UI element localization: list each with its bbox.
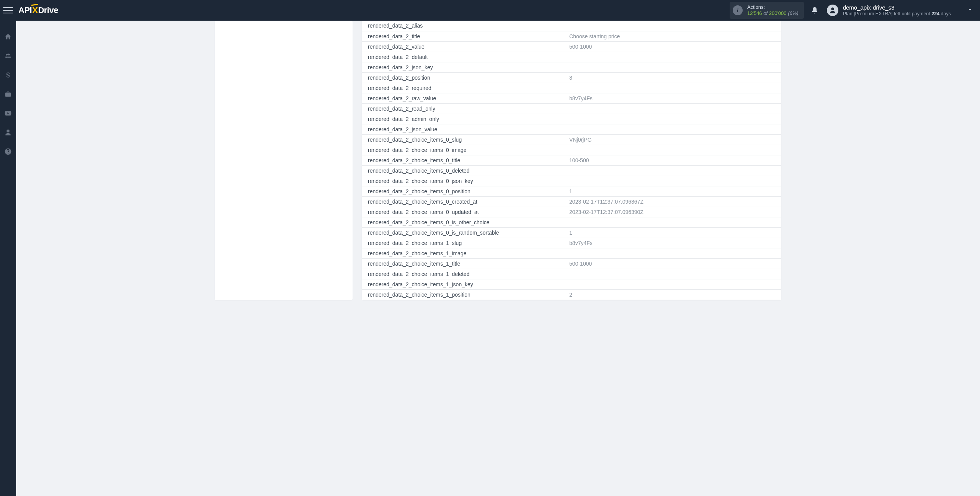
actions-limit: 200'000 (769, 10, 787, 16)
actions-of: of (763, 10, 768, 16)
table-row: rendered_data_2_read_only (362, 103, 781, 114)
right-panel: rendered_data_2_aliasrendered_data_2_tit… (362, 21, 781, 300)
actions-label: Actions: (747, 4, 799, 10)
table-row: rendered_data_2_titleChoose starting pri… (362, 31, 781, 41)
data-table: rendered_data_2_aliasrendered_data_2_tit… (362, 21, 781, 300)
info-icon: i (733, 5, 743, 15)
row-key: rendered_data_2_choice_items_0_created_a… (362, 196, 563, 207)
table-row: rendered_data_2_json_key (362, 62, 781, 72)
row-key: rendered_data_2_value (362, 41, 563, 52)
logo-text-3: Drive (38, 5, 58, 15)
row-value: 2 (563, 289, 781, 300)
table-row: rendered_data_2_choice_items_0_deleted (362, 165, 781, 176)
row-value (563, 279, 781, 289)
logo-text-1: API (18, 5, 32, 15)
row-value (563, 176, 781, 186)
actions-percent: (6%) (788, 10, 798, 16)
table-row: rendered_data_2_admin_only (362, 114, 781, 124)
row-value (563, 103, 781, 114)
table-row: rendered_data_2_position3 (362, 72, 781, 83)
row-key: rendered_data_2_choice_items_0_deleted (362, 165, 563, 176)
row-key: rendered_data_2_choice_items_0_is_other_… (362, 217, 563, 227)
row-value (563, 248, 781, 258)
menu-toggle[interactable] (3, 5, 13, 15)
table-row: rendered_data_2_choice_items_0_title100-… (362, 155, 781, 165)
row-value (563, 217, 781, 227)
actions-badge[interactable]: i Actions: 12'546 of 200'000 (6%) (730, 2, 804, 19)
sidebar-briefcase-icon[interactable] (0, 89, 16, 100)
row-key: rendered_data_2_choice_items_1_position (362, 289, 563, 300)
sidebar-help-icon[interactable] (0, 146, 16, 157)
row-key: rendered_data_2_choice_items_0_image (362, 145, 563, 155)
row-key: rendered_data_2_admin_only (362, 114, 563, 124)
table-row: rendered_data_2_json_value (362, 124, 781, 134)
table-row: rendered_data_2_choice_items_0_updated_a… (362, 207, 781, 217)
page: rendered_data_2_aliasrendered_data_2_tit… (16, 21, 980, 315)
row-value: 1 (563, 186, 781, 196)
table-row: rendered_data_2_default (362, 52, 781, 62)
row-value: 500-1000 (563, 41, 781, 52)
row-value (563, 114, 781, 124)
user-menu[interactable]: demo_apix-drive_s3 Plan |Premium EXTRA| … (827, 4, 975, 17)
row-value (563, 21, 781, 31)
left-panel (215, 21, 353, 300)
row-key: rendered_data_2_choice_items_0_title (362, 155, 563, 165)
table-row: rendered_data_2_raw_valueb8v7y4Fs (362, 93, 781, 103)
row-key: rendered_data_2_alias (362, 21, 563, 31)
row-key: rendered_data_2_read_only (362, 103, 563, 114)
sidebar-sitemap-icon[interactable] (0, 51, 16, 61)
table-row: rendered_data_2_choice_items_0_image (362, 145, 781, 155)
row-value (563, 83, 781, 93)
row-value (563, 165, 781, 176)
row-value: 2023-02-17T12:37:07.096367Z (563, 196, 781, 207)
avatar-icon (827, 5, 838, 16)
row-key: rendered_data_2_default (362, 52, 563, 62)
row-value: VNj0rjPG (563, 134, 781, 145)
row-value: Choose starting price (563, 31, 781, 41)
table-row: rendered_data_2_choice_items_1_position2 (362, 289, 781, 300)
table-row: rendered_data_2_choice_items_1_slugb8v7y… (362, 238, 781, 248)
sidebar-home-icon[interactable] (0, 31, 16, 42)
row-value: 3 (563, 72, 781, 83)
table-row: rendered_data_2_alias (362, 21, 781, 31)
row-value (563, 124, 781, 134)
row-value (563, 52, 781, 62)
row-key: rendered_data_2_position (362, 72, 563, 83)
row-value (563, 145, 781, 155)
row-value: 1 (563, 227, 781, 238)
row-value (563, 269, 781, 279)
row-key: rendered_data_2_choice_items_1_image (362, 248, 563, 258)
row-key: rendered_data_2_required (362, 83, 563, 93)
chevron-down-icon (967, 7, 973, 14)
row-key: rendered_data_2_json_key (362, 62, 563, 72)
row-value (563, 62, 781, 72)
panel-wrap: rendered_data_2_aliasrendered_data_2_tit… (215, 21, 781, 300)
sidebar-youtube-icon[interactable] (0, 108, 16, 119)
sidebar-user-icon[interactable] (0, 127, 16, 138)
row-key: rendered_data_2_choice_items_1_slug (362, 238, 563, 248)
table-row: rendered_data_2_choice_items_1_title500-… (362, 258, 781, 269)
table-row: rendered_data_2_choice_items_1_json_key (362, 279, 781, 289)
row-value: 500-1000 (563, 258, 781, 269)
row-key: rendered_data_2_choice_items_0_updated_a… (362, 207, 563, 217)
row-value: b8v7y4Fs (563, 93, 781, 103)
row-key: rendered_data_2_json_value (362, 124, 563, 134)
table-row: rendered_data_2_choice_items_0_is_other_… (362, 217, 781, 227)
actions-used: 12'546 (747, 10, 762, 16)
logo[interactable]: API X Drive (18, 5, 58, 15)
actions-text: Actions: 12'546 of 200'000 (6%) (747, 4, 799, 17)
row-value: b8v7y4Fs (563, 238, 781, 248)
row-key: rendered_data_2_choice_items_1_deleted (362, 269, 563, 279)
sidebar-dollar-icon[interactable] (0, 70, 16, 80)
user-name: demo_apix-drive_s3 (843, 4, 951, 11)
row-key: rendered_data_2_choice_items_0_is_random… (362, 227, 563, 238)
table-row: rendered_data_2_choice_items_0_slugVNj0r… (362, 134, 781, 145)
row-key: rendered_data_2_choice_items_0_slug (362, 134, 563, 145)
notifications-icon[interactable] (811, 7, 818, 14)
logo-text-2: X (32, 5, 38, 15)
row-key: rendered_data_2_choice_items_0_json_key (362, 176, 563, 186)
table-row: rendered_data_2_choice_items_0_json_key (362, 176, 781, 186)
row-key: rendered_data_2_choice_items_1_title (362, 258, 563, 269)
table-row: rendered_data_2_value500-1000 (362, 41, 781, 52)
user-plan: Plan |Premium EXTRA| left until payment … (843, 11, 951, 17)
